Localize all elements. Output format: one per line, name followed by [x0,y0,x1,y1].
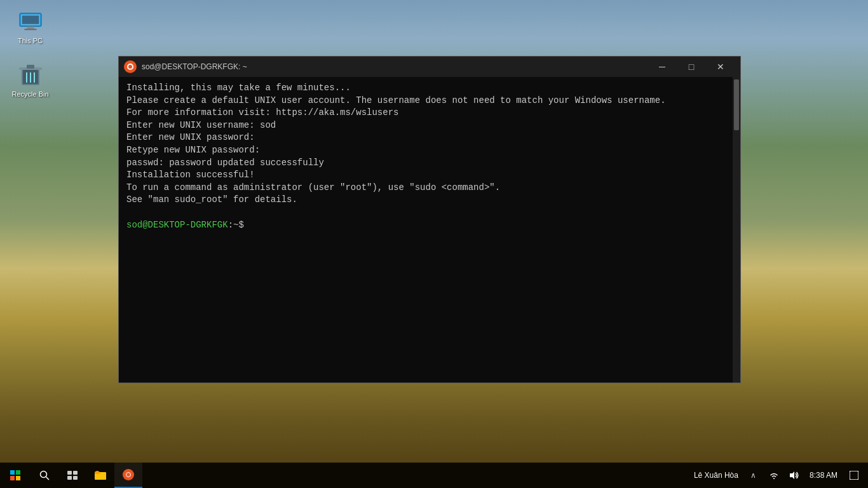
recycle-bin-icon[interactable]: Recycle Bin [6,60,54,100]
terminal-body: Installing, this may take a few minutes.… [119,77,740,383]
windows-logo-icon [10,470,20,480]
task-view-icon [67,471,78,480]
volume-icon [789,471,799,480]
svg-marker-20 [790,471,794,479]
file-explorer-icon [95,470,106,480]
search-icon [39,470,50,480]
minimize-button[interactable]: ─ [648,57,677,77]
svg-rect-17 [73,476,78,480]
show-hidden-icons-button[interactable]: ∧ [743,463,764,488]
terminal-app-icon [124,60,137,73]
start-button[interactable] [0,463,31,488]
svg-rect-19 [95,472,100,474]
this-pc-icon[interactable]: This PC [6,6,54,47]
desktop-icons: This PC Recycle Bin [6,6,54,100]
chevron-up-icon: ∧ [750,471,756,480]
svg-rect-3 [24,29,36,30]
terminal-titlebar: sod@DESKTOP-DGRKFGK: ~ ─ □ ✕ [119,57,740,77]
this-pc-label: This PC [18,37,43,44]
taskbar-username[interactable]: Lê Xuân Hòa [689,471,743,480]
ubuntu-taskbar-icon [123,469,134,480]
taskbar-clock[interactable]: 8:38 AM [804,463,843,488]
recycle-bin-label: Recycle Bin [11,90,48,98]
svg-point-12 [41,471,47,478]
terminal-prompt-user: sod@DESKTOP-DGRKFGK [126,220,228,230]
svg-rect-15 [73,471,78,475]
terminal-window: sod@DESKTOP-DGRKFGK: ~ ─ □ ✕ Installing,… [118,56,741,383]
terminal-output-line-1: Installing, this may take a few minutes.… [126,83,666,205]
close-button[interactable]: ✕ [706,57,735,77]
svg-rect-16 [67,476,72,480]
recycle-bin-image [18,62,43,88]
terminal-content[interactable]: Installing, this may take a few minutes.… [119,77,733,383]
ubuntu-taskbar-button[interactable] [114,463,142,488]
notification-icon [850,471,858,480]
ubuntu-inner-circle [127,64,133,70]
this-pc-image [18,9,43,34]
svg-line-13 [46,477,50,480]
volume-icon-button[interactable] [784,463,804,488]
terminal-scrollbar-thumb [734,79,739,130]
action-center-button[interactable] [843,463,865,488]
terminal-scrollbar[interactable] [733,77,740,383]
taskbar-search-button[interactable] [31,463,58,488]
terminal-controls: ─ □ ✕ [648,57,735,77]
maximize-button[interactable]: □ [677,57,706,77]
taskbar-system-tray: Lê Xuân Hòa ∧ 8:38 AM [689,463,868,488]
taskbar: Lê Xuân Hòa ∧ 8:38 AM [0,463,868,488]
clock-time: 8:38 AM [810,471,837,480]
svg-rect-21 [850,471,858,480]
svg-rect-2 [27,27,34,29]
svg-rect-4 [22,16,39,24]
network-icon-button[interactable] [764,463,784,488]
file-explorer-button[interactable] [86,463,114,488]
network-icon [769,471,779,480]
svg-rect-14 [67,471,72,475]
svg-rect-8 [27,65,34,69]
terminal-title: sod@DESKTOP-DGRKFGK: ~ [142,62,648,71]
terminal-prompt-suffix: :~$ [228,220,244,230]
task-view-button[interactable] [58,463,86,488]
